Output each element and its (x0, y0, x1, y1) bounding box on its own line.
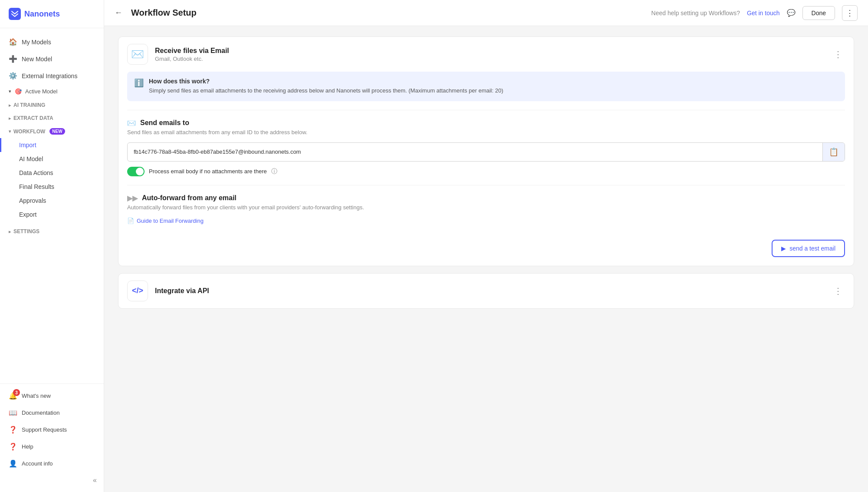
sidebar: Nanonets 🏠 My Models ➕ New Model ⚙️ Exte… (0, 0, 104, 492)
chevron-down-icon: ▾ (9, 89, 11, 94)
ai-training-label: AI TRAINING (13, 102, 45, 108)
sidebar-nav: 🏠 My Models ➕ New Model ⚙️ External Inte… (0, 28, 104, 383)
copy-email-button[interactable]: 📋 (822, 143, 845, 161)
sidebar-item-support-requests[interactable]: ❓ Support Requests (0, 421, 104, 438)
nanonets-logo-icon (9, 8, 21, 20)
receive-email-more-button[interactable]: ⋮ (831, 49, 845, 59)
sidebar-item-help[interactable]: ❓ Help (0, 438, 104, 455)
sidebar-item-account-info[interactable]: 👤 Account info (0, 455, 104, 472)
help-label: Help (22, 443, 33, 450)
forward-icon: ▶▶ (127, 194, 138, 202)
integrations-icon: ⚙️ (9, 72, 17, 80)
envelope-icon: ✉️ (131, 48, 144, 60)
back-button[interactable]: ← (115, 8, 122, 17)
guide-icon: 📄 (127, 218, 134, 224)
email-address-value: fb14c776-78a8-45ba-8fb0-eb87abe155e7@inb… (128, 144, 822, 159)
send-test-email-button[interactable]: ▶ send a test email (772, 240, 845, 257)
sidebar-item-approvals[interactable]: Approvals (0, 194, 104, 208)
documentation-label: Documentation (22, 409, 59, 416)
chevron-down-icon-2: ▾ (9, 129, 11, 134)
ai-model-label: AI Model (19, 155, 43, 162)
sidebar-bottom: 🔔 3 What's new 📖 Documentation ❓ Support… (0, 383, 104, 492)
sidebar-item-new-model[interactable]: ➕ New Model (0, 50, 104, 67)
active-model-label: Active Model (25, 88, 57, 95)
sidebar-item-external-integrations[interactable]: ⚙️ External Integrations (0, 67, 104, 84)
api-icon-wrap: </> (127, 281, 148, 301)
get-in-touch-link[interactable]: Get in touch (747, 10, 780, 17)
sidebar-item-export[interactable]: Export (0, 208, 104, 221)
export-label: Export (19, 211, 36, 218)
settings-label: SETTINGS (13, 228, 39, 234)
info-box-text: Simply send files as email attachments t… (149, 86, 503, 95)
topbar-more-button[interactable]: ⋮ (842, 5, 858, 21)
how-it-works-box: ℹ️ How does this work? Simply send files… (127, 72, 845, 101)
account-info-label: Account info (22, 460, 53, 467)
api-card: </> Integrate via API ⋮ (118, 273, 854, 309)
extract-data-label: EXTRACT DATA (13, 115, 53, 121)
collapse-sidebar-button[interactable]: « (0, 472, 104, 489)
receive-email-card-header: ✉️ Receive files via Email Gmail, Outloo… (118, 37, 854, 72)
code-icon: </> (132, 286, 143, 295)
receive-email-title: Receive files via Email (155, 47, 229, 55)
chevron-right-icon: ▸ (9, 103, 11, 108)
settings-section[interactable]: ▸ SETTINGS (0, 225, 104, 238)
topbar: ← Workflow Setup Need help setting up Wo… (104, 0, 868, 26)
receive-email-info: Receive files via Email Gmail, Outlook e… (155, 47, 229, 62)
email-card-icon: ✉️ (127, 44, 148, 65)
sidebar-item-whats-new[interactable]: 🔔 3 What's new (0, 387, 104, 404)
help-icon: ❓ (9, 442, 17, 451)
sidebar-item-data-actions[interactable]: Data Actions (0, 166, 104, 180)
info-icon: ℹ️ (134, 78, 144, 95)
import-label: Import (19, 142, 36, 149)
send-icon: ▶ (781, 245, 786, 252)
toggle-info-icon[interactable]: ⓘ (271, 168, 277, 175)
sidebar-item-my-models[interactable]: 🏠 My Models (0, 33, 104, 50)
help-text: Need help setting up Workflows? (651, 10, 740, 17)
whats-new-label: What's new (22, 393, 51, 399)
process-email-body-row: Process email body if no attachments are… (127, 167, 845, 176)
data-actions-label: Data Actions (19, 169, 53, 176)
page-title: Workflow Setup (131, 8, 644, 18)
workflow-section[interactable]: ▾ WORKFLOW NEW (0, 125, 104, 138)
receive-email-card: ✉️ Receive files via Email Gmail, Outloo… (118, 36, 854, 266)
ai-training-section[interactable]: ▸ AI TRAINING (0, 99, 104, 112)
main-area: ← Workflow Setup Need help setting up Wo… (104, 0, 868, 492)
home-icon: 🏠 (9, 38, 17, 46)
active-model-icon: 🎯 (15, 88, 22, 95)
email-address-row: fb14c776-78a8-45ba-8fb0-eb87abe155e7@inb… (127, 142, 845, 162)
final-results-label: Final Results (19, 183, 54, 190)
sidebar-logo: Nanonets (0, 0, 104, 28)
api-card-title: Integrate via API (155, 287, 209, 295)
sidebar-item-my-models-label: My Models (22, 39, 51, 46)
auto-forward-section: ▶▶ Auto-forward from any email Automatic… (118, 185, 854, 233)
sidebar-item-ai-model[interactable]: AI Model (0, 152, 104, 166)
process-email-toggle[interactable] (127, 167, 145, 176)
extract-data-section[interactable]: ▸ EXTRACT DATA (0, 112, 104, 125)
account-icon: 👤 (9, 459, 17, 468)
chevron-right-icon-3: ▸ (9, 229, 11, 234)
sidebar-item-import[interactable]: Import (0, 138, 104, 152)
receive-email-subtitle: Gmail, Outlook etc. (155, 56, 229, 62)
test-email-row: ▶ send a test email (118, 233, 854, 266)
toggle-label: Process email body if no attachments are… (149, 168, 267, 175)
send-emails-title: ✉️ Send emails to (127, 119, 845, 127)
api-card-header: </> Integrate via API ⋮ (118, 274, 854, 308)
sidebar-item-documentation[interactable]: 📖 Documentation (0, 404, 104, 421)
app-name: Nanonets (24, 10, 60, 19)
sidebar-item-final-results[interactable]: Final Results (0, 180, 104, 194)
more-icon: ⋮ (846, 8, 854, 18)
done-button[interactable]: Done (802, 6, 835, 20)
guide-to-email-forwarding-link[interactable]: 📄 Guide to Email Forwarding (127, 218, 845, 224)
support-requests-label: Support Requests (22, 426, 67, 433)
workflow-label: WORKFLOW (13, 129, 45, 135)
api-card-more-button[interactable]: ⋮ (831, 286, 845, 296)
active-model-group[interactable]: ▾ 🎯 Active Model (0, 84, 104, 99)
api-info: Integrate via API (155, 287, 209, 295)
send-emails-section: ✉️ Send emails to Send files as email at… (118, 110, 854, 185)
send-email-icon: ✉️ (127, 119, 136, 127)
support-icon: ❓ (9, 426, 17, 434)
plus-icon: ➕ (9, 55, 17, 63)
sidebar-item-new-model-label: New Model (22, 56, 52, 63)
sidebar-item-external-integrations-label: External Integrations (22, 73, 77, 79)
collapse-icon: « (93, 476, 97, 484)
